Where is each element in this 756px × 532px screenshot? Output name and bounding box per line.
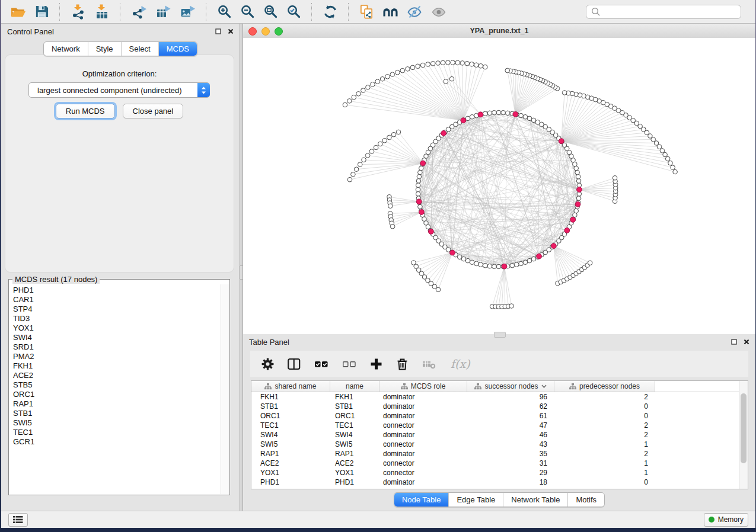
search-icon	[591, 7, 601, 17]
close-table-panel-icon[interactable]	[744, 339, 749, 345]
zoom-out-icon[interactable]	[237, 3, 258, 20]
table-cell: 35	[467, 449, 554, 459]
table-cell: PHD1	[251, 477, 330, 487]
zoom-in-icon[interactable]	[214, 3, 235, 20]
list-item[interactable]: PHD1	[13, 286, 221, 295]
zoom-selected-icon[interactable]	[283, 3, 304, 20]
float-table-panel-icon[interactable]	[731, 339, 737, 345]
memory-button[interactable]: Memory	[704, 513, 748, 527]
table-scrollbar[interactable]	[739, 381, 748, 489]
search-input[interactable]	[604, 7, 736, 17]
control-panel-tabs: NetworkStyleSelectMCDS	[1, 41, 240, 56]
trash-icon[interactable]	[392, 356, 413, 372]
tab-mcds[interactable]: MCDS	[158, 42, 197, 56]
hide-eye-icon[interactable]	[404, 3, 426, 21]
tab-motifs[interactable]: Motifs	[567, 493, 604, 507]
column-label: shared name	[275, 382, 316, 390]
tab-edge-table[interactable]: Edge Table	[448, 493, 503, 507]
tab-network-table[interactable]: Network Table	[503, 493, 567, 507]
network-window-titlebar[interactable]: YPA_prune.txt_1	[243, 24, 755, 39]
list-item[interactable]: YOX1	[13, 323, 221, 333]
table-row[interactable]: YOX1YOX1connector291	[251, 468, 748, 477]
show-eye-icon[interactable]	[428, 3, 450, 21]
mcds-result-scrollbar[interactable]	[221, 284, 229, 494]
column-header[interactable]: MCDS role	[379, 381, 467, 392]
close-panel-icon[interactable]	[228, 28, 234, 34]
list-item[interactable]: ORC1	[13, 390, 221, 399]
scrollbar-thumb[interactable]	[741, 393, 747, 463]
list-item[interactable]: STB5	[13, 380, 221, 390]
import-network-icon[interactable]	[68, 2, 89, 21]
table-cell: YOX1	[251, 468, 330, 477]
table-row[interactable]: SWI5SWI5connector431	[251, 440, 748, 449]
export-image-icon[interactable]	[177, 3, 199, 21]
export-table-icon[interactable]	[152, 3, 174, 21]
table-row[interactable]: RAP1RAP1dominator352	[251, 449, 748, 459]
table-cell: STB1	[251, 402, 330, 411]
import-table-icon[interactable]	[91, 2, 113, 21]
gear-icon[interactable]	[257, 356, 278, 372]
tab-node-table[interactable]: Node Table	[394, 493, 449, 507]
column-header[interactable]: shared name	[251, 381, 330, 392]
table-row[interactable]: FKH1FKH1dominator962	[251, 392, 748, 402]
list-item[interactable]: CAR1	[13, 295, 221, 305]
neighbors-icon[interactable]	[379, 3, 401, 21]
list-item[interactable]: SRD1	[13, 342, 221, 352]
column-header[interactable]: successor nodes	[467, 381, 554, 392]
deselect-all-icon[interactable]	[338, 356, 361, 372]
table-row[interactable]: PHD1PHD1dominator180	[251, 477, 748, 487]
table-row[interactable]: SWI4SWI4dominator462	[251, 430, 748, 440]
select-all-icon[interactable]	[310, 356, 333, 372]
table-cell: SWI4	[330, 430, 379, 440]
save-icon[interactable]	[31, 3, 52, 20]
minimize-window-button[interactable]	[261, 27, 270, 36]
list-item[interactable]: SWI4	[13, 333, 221, 342]
column-header[interactable]: predecessor nodes	[554, 381, 655, 392]
network-window-title: YPA_prune.txt_1	[470, 27, 528, 35]
panes-icon[interactable]	[283, 356, 305, 372]
table-cell: 62	[467, 402, 554, 411]
plus-icon[interactable]	[366, 356, 387, 372]
table-cell: dominator	[379, 449, 467, 459]
close-window-button[interactable]	[248, 27, 257, 36]
mcds-result-list[interactable]: PHD1CAR1STP4TID3YOX1SWI4SRD1PMA2FKH1ACE2…	[9, 284, 221, 495]
network-canvas[interactable]	[243, 38, 755, 334]
open-icon[interactable]	[7, 3, 29, 21]
zoom-fit-icon[interactable]	[260, 3, 281, 20]
list-item[interactable]: SWI5	[13, 418, 221, 428]
run-mcds-button[interactable]: Run MCDS	[56, 104, 115, 118]
table-row[interactable]: ORC1ORC1dominator610	[251, 411, 748, 421]
list-item[interactable]: STP4	[13, 305, 221, 314]
refresh-icon[interactable]	[320, 3, 341, 21]
status-menu-button[interactable]	[8, 513, 28, 527]
list-item[interactable]: ACE2	[13, 371, 221, 380]
table-row[interactable]: TEC1TEC1connector472	[251, 421, 748, 430]
node-table: shared namenameMCDS rolesuccessor nodesp…	[251, 380, 748, 489]
tree-icon	[474, 383, 481, 390]
select-stepper-icon	[197, 83, 210, 97]
list-item[interactable]: RAP1	[13, 399, 221, 409]
list-item[interactable]: TEC1	[13, 428, 221, 437]
column-header[interactable]: name	[330, 381, 379, 392]
tab-select[interactable]: Select	[121, 42, 158, 56]
close-panel-button[interactable]: Close panel	[123, 104, 184, 118]
export-network-icon[interactable]	[128, 3, 150, 21]
table-row[interactable]: STB1STB1dominator620	[251, 402, 748, 411]
maximize-window-button[interactable]	[275, 27, 283, 36]
list-item[interactable]: STB1	[13, 409, 221, 418]
table-cell: TEC1	[330, 421, 379, 430]
new-network-icon[interactable]	[356, 3, 377, 21]
list-item[interactable]: GCR1	[13, 437, 221, 447]
list-item[interactable]: FKH1	[13, 361, 221, 371]
float-window-icon[interactable]	[215, 28, 221, 34]
list-item[interactable]: PMA2	[13, 352, 221, 361]
search-box[interactable]	[586, 5, 741, 19]
table-row[interactable]: ACE2ACE2connector311	[251, 459, 748, 468]
tab-network[interactable]: Network	[44, 42, 88, 56]
horizontal-splitter[interactable]	[494, 332, 506, 338]
table-cell: 61	[467, 411, 554, 421]
criterion-select[interactable]: largest connected component (undirected)	[28, 82, 210, 98]
sort-down-icon	[541, 384, 547, 388]
tab-style[interactable]: Style	[88, 42, 121, 56]
list-item[interactable]: TID3	[13, 314, 221, 323]
